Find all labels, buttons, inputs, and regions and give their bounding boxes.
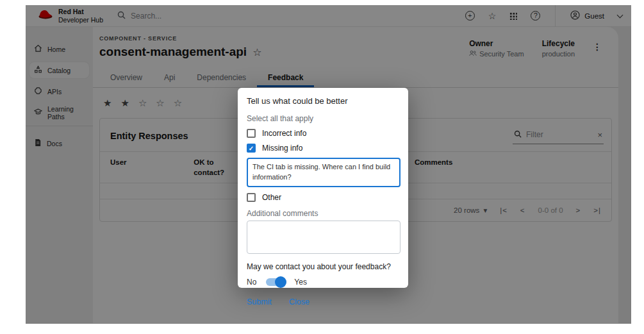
additional-comments-textarea[interactable] — [247, 221, 400, 254]
option-other[interactable]: Other — [247, 193, 400, 202]
contact-question: May we contact you about your feedback? — [247, 262, 400, 271]
submit-button[interactable]: Submit — [247, 297, 272, 306]
toggle-off-label: No — [247, 278, 256, 287]
toggle-thumb[interactable] — [275, 276, 286, 288]
close-button[interactable]: Close — [289, 297, 310, 306]
contact-toggle[interactable] — [266, 278, 285, 286]
checkbox-label: Other — [262, 193, 281, 202]
checkbox-unchecked-icon[interactable] — [247, 129, 256, 138]
additional-comments-label: Additional comments — [247, 209, 400, 218]
checkbox-label: Incorrect info — [262, 129, 306, 138]
option-missing-info[interactable]: ✓ Missing info — [247, 144, 400, 153]
checkbox-label: Missing info — [262, 144, 302, 153]
feedback-dialog: Tell us what could be better Select all … — [238, 88, 408, 288]
missing-info-textarea[interactable]: The CI tab is missing. Where can I find … — [247, 158, 400, 187]
dialog-subtitle: Select all that apply — [247, 114, 400, 123]
checkbox-checked-icon[interactable]: ✓ — [247, 144, 256, 153]
checkbox-unchecked-icon[interactable] — [247, 193, 256, 202]
toggle-on-label: Yes — [294, 278, 307, 287]
option-incorrect-info[interactable]: Incorrect info — [247, 129, 400, 138]
dialog-title: Tell us what could be better — [247, 96, 400, 106]
